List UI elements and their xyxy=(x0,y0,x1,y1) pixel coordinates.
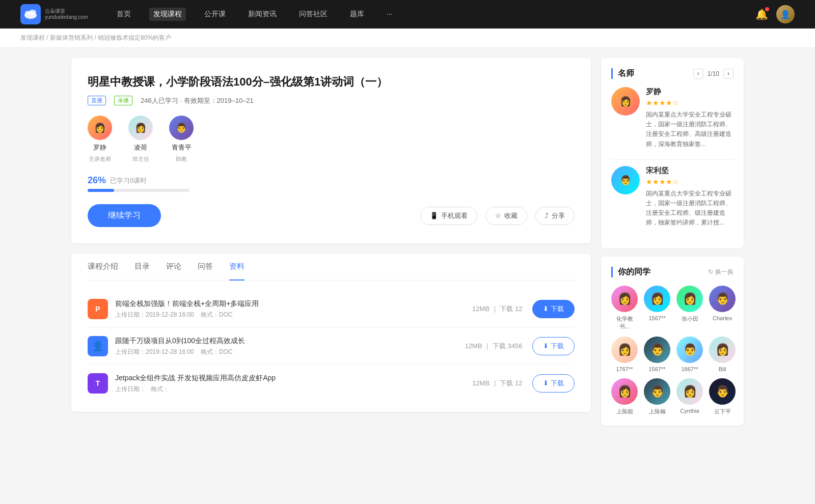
classmate-name-1: 化学教书... xyxy=(611,315,638,330)
logo-subtitle: yunduoketang.com xyxy=(45,14,88,20)
classmates-panel: 你的同学 ↻ 换一换 👩 化学教书... 👩 1567** 👩 张小田 xyxy=(601,257,744,426)
classmate-avatar-11: 👩 xyxy=(676,378,703,405)
teachers-page: 1/10 xyxy=(708,70,719,77)
classmate-6[interactable]: 👨 1567** xyxy=(644,337,670,372)
file-stats-2: 12MB ｜ 下载 3456 xyxy=(465,342,523,351)
classmate-avatar-9: 👩 xyxy=(611,378,638,405)
file-item-1: P 前端全栈加强版！前端全栈+全周期+多端应用 上传日期：2019-12-28 … xyxy=(88,291,575,328)
classmate-avatar-4: 👨 xyxy=(709,286,736,312)
classmate-8[interactable]: 👩 Bill xyxy=(709,337,736,372)
classmate-11[interactable]: 👩 Cynthia xyxy=(676,378,703,415)
share-button[interactable]: ⤴ 分享 xyxy=(535,207,575,225)
tabs-header: 课程介绍 目录 评论 问答 资料 xyxy=(88,254,575,281)
file-icon-3: T xyxy=(88,373,108,394)
classmate-name-6: 1567** xyxy=(648,366,665,372)
tab-intro[interactable]: 课程介绍 xyxy=(88,254,118,281)
classmate-avatar-3: 👩 xyxy=(676,286,703,312)
classmate-name-4: Charles xyxy=(713,315,732,321)
star-icon: ☆ xyxy=(495,212,501,219)
notification-badge xyxy=(765,7,769,11)
tab-review[interactable]: 评论 xyxy=(166,254,181,281)
classmate-2[interactable]: 👩 1567** xyxy=(644,286,670,330)
tc-avatar-luojing: 👩 xyxy=(611,87,640,116)
logo-icon xyxy=(20,4,41,24)
classmate-name-5: 1767** xyxy=(616,366,633,372)
nav-question[interactable]: 题库 xyxy=(346,8,368,21)
breadcrumb-current: 销冠修炼术搞定80%的客户 xyxy=(98,34,171,41)
nav-home[interactable]: 首页 xyxy=(113,8,135,21)
breadcrumb-discover[interactable]: 发现课程 xyxy=(20,34,45,41)
teacher-linghe: 👩 凌荷 班主任 xyxy=(128,116,153,163)
classmate-name-12: 云下平 xyxy=(714,408,731,415)
classmate-10[interactable]: 👨 上陈楠 xyxy=(644,378,670,415)
phone-watch-button[interactable]: 📱 手机观看 xyxy=(420,207,477,225)
file-meta-3: 上传日期： 格式： xyxy=(115,385,472,394)
nav-qa[interactable]: 问答社区 xyxy=(295,8,332,21)
classmate-name-2: 1567** xyxy=(648,315,665,321)
file-info-3: Jetpack全组件实战 开发短视频应用高仿皮皮虾App 上传日期： 格式： xyxy=(115,374,472,394)
progress-label: 26% 已学习0课时 xyxy=(88,175,575,186)
teachers-next-button[interactable]: › xyxy=(723,69,734,79)
teacher-name-qingqingping: 青青平 xyxy=(172,143,192,152)
navbar: 云朵课堂 yunduoketang.com 首页 发现课程 公开课 新闻资讯 问… xyxy=(0,0,815,29)
collect-button[interactable]: ☆ 收藏 xyxy=(485,207,527,225)
classmate-9[interactable]: 👩 上陈能 xyxy=(611,378,638,415)
classmate-avatar-7: 👨 xyxy=(676,337,703,363)
teachers-prev-button[interactable]: ‹ xyxy=(693,69,703,79)
file-item-3: T Jetpack全组件实战 开发短视频应用高仿皮皮虾App 上传日期： 格式：… xyxy=(88,365,575,402)
classmate-3[interactable]: 👩 张小田 xyxy=(676,286,703,330)
tc-name-songlijian: 宋利坚 xyxy=(646,166,734,176)
classmate-5[interactable]: 👩 1767** xyxy=(611,337,638,372)
classmates-grid: 👩 化学教书... 👩 1567** 👩 张小田 👨 Charles 👩 xyxy=(611,286,734,415)
phone-icon: 📱 xyxy=(430,212,438,219)
continue-study-button[interactable]: 继续学习 xyxy=(88,204,161,227)
nav-public[interactable]: 公开课 xyxy=(200,8,230,21)
tab-resources[interactable]: 资料 xyxy=(229,254,244,281)
tc-avatar-songlijian: 👨 xyxy=(611,166,640,194)
progress-sub: 已学习0课时 xyxy=(110,176,147,185)
classmate-avatar-12: 👨 xyxy=(709,378,736,405)
teacher-role-luojing: 主讲老师 xyxy=(89,155,111,163)
classmates-refresh-button[interactable]: ↻ 换一换 xyxy=(708,268,734,276)
file-name-3: Jetpack全组件实战 开发短视频应用高仿皮皮虾App xyxy=(115,374,472,383)
teacher-avatar-linghe: 👩 xyxy=(128,116,153,140)
nav-discover[interactable]: 发现课程 xyxy=(149,8,186,21)
classmate-4[interactable]: 👨 Charles xyxy=(709,286,736,330)
svg-point-2 xyxy=(29,10,36,15)
main-container: 明星中教授课，小学阶段语法100分–强化级第1讲动词（一） 直播 录播 246人… xyxy=(51,58,764,426)
classmates-panel-header: 你的同学 ↻ 换一换 xyxy=(611,267,734,277)
nav-right: 🔔 👤 xyxy=(755,5,795,23)
tab-qa[interactable]: 问答 xyxy=(198,254,213,281)
classmate-12[interactable]: 👨 云下平 xyxy=(709,378,736,415)
download-button-2[interactable]: ⬇ 下载 xyxy=(532,337,575,355)
classmate-avatar-8: 👩 xyxy=(709,337,736,363)
download-button-3[interactable]: ⬇ 下载 xyxy=(532,374,575,393)
file-meta-2: 上传日期：2019-12-28 16:00 格式：DOC xyxy=(115,348,465,356)
teachers-panel-header: 名师 ‹ 1/10 › xyxy=(611,68,734,79)
nav-more[interactable]: ··· xyxy=(383,8,397,21)
classmate-1[interactable]: 👩 化学教书... xyxy=(611,286,638,330)
user-avatar[interactable]: 👤 xyxy=(776,5,795,23)
teachers-panel-nav: ‹ 1/10 › xyxy=(693,69,734,79)
bell-icon[interactable]: 🔔 xyxy=(755,8,768,20)
classmate-7[interactable]: 👨 1867** xyxy=(676,337,703,372)
teacher-role-qingqingping: 助教 xyxy=(176,155,187,163)
teacher-qingqingping: 👨 青青平 助教 xyxy=(169,116,194,163)
classmate-name-10: 上陈楠 xyxy=(649,408,666,415)
tag-record: 录播 xyxy=(114,96,132,105)
teacher-name-luojing: 罗静 xyxy=(93,143,106,152)
teacher-avatar-qingqingping: 👨 xyxy=(169,116,194,140)
tab-catalog[interactable]: 目录 xyxy=(134,254,150,281)
breadcrumb-series[interactable]: 新媒体营销系列 xyxy=(50,34,93,41)
tc-info-songlijian: 宋利坚 ★★★★☆ 国内某重点大学安全工程专业硕士，国家一级注册消防工程师、注册… xyxy=(646,166,734,228)
tc-stars-luojing: ★★★★☆ xyxy=(646,99,734,107)
nav-news[interactable]: 新闻资讯 xyxy=(244,8,281,21)
classmate-name-3: 张小田 xyxy=(682,315,698,323)
course-meta-text: 246人已学习 · 有效期至：2019–10–21 xyxy=(141,96,254,105)
logo[interactable]: 云朵课堂 yunduoketang.com xyxy=(20,4,88,24)
file-info-1: 前端全栈加强版！前端全栈+全周期+多端应用 上传日期：2019-12-28 16… xyxy=(115,299,472,319)
teacher-name-linghe: 凌荷 xyxy=(134,143,147,152)
download-button-1[interactable]: ⬇ 下载 xyxy=(532,300,575,318)
nav-items: 首页 发现课程 公开课 新闻资讯 问答社区 题库 ··· xyxy=(113,8,739,21)
file-icon-1: P xyxy=(88,299,108,319)
